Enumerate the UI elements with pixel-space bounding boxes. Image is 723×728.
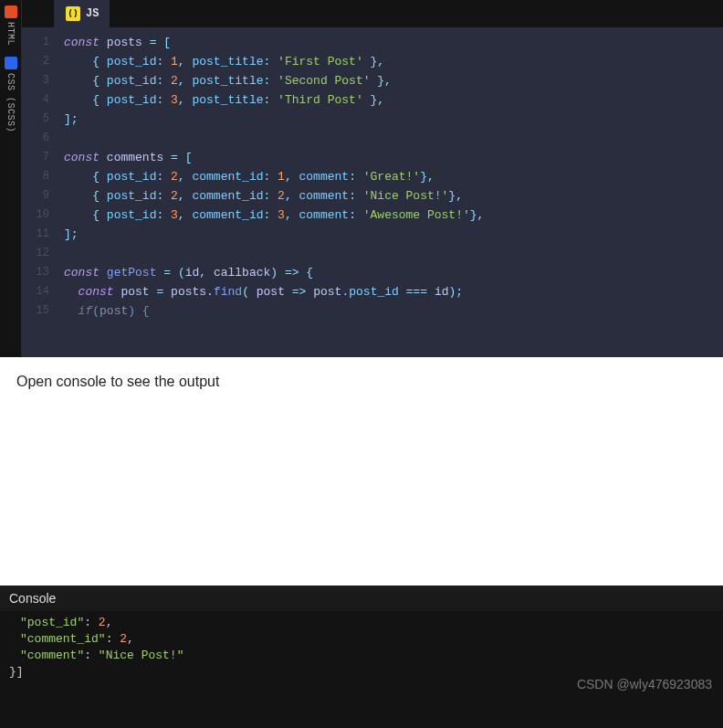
console-line: "post_id": 2, xyxy=(20,615,714,631)
code-line: const posts = [ xyxy=(64,33,723,52)
ln: 15 xyxy=(22,301,49,321)
code-area[interactable]: 123456789101112131415 const posts = [ { … xyxy=(22,27,723,357)
css-icon xyxy=(5,57,17,69)
console-header[interactable]: Console xyxy=(0,586,723,611)
code-line: const post = posts.find( post => post.po… xyxy=(64,282,723,301)
ln: 4 xyxy=(22,90,49,110)
ln: 12 xyxy=(22,244,49,263)
console-line: "comment_id": 2, xyxy=(20,631,714,648)
output-pane: Open console to see the output xyxy=(0,357,723,586)
ln: 9 xyxy=(22,186,49,206)
html-icon xyxy=(5,5,17,18)
ln: 5 xyxy=(22,110,49,129)
tab-html-label: HTML xyxy=(5,22,16,46)
editor-tabs-bar: () JS xyxy=(22,0,723,27)
code-line: { post_id: 2, comment_id: 1, comment: 'G… xyxy=(64,167,723,186)
code-line: const getPost = (id, callback) => { xyxy=(64,263,723,282)
output-message: Open console to see the output xyxy=(16,374,707,390)
ln: 13 xyxy=(22,263,49,282)
js-icon: () xyxy=(66,6,80,21)
ln: 2 xyxy=(22,52,49,71)
code-line xyxy=(64,244,723,263)
editor-pane: HTML CSS (SCSS) () JS 123456789101112131… xyxy=(0,0,723,357)
tab-js-label: JS xyxy=(86,7,99,20)
console-line: "comment": "Nice Post!" xyxy=(20,648,714,664)
line-gutter: 123456789101112131415 xyxy=(22,27,58,357)
side-tabs: HTML CSS (SCSS) xyxy=(0,0,22,357)
tab-css-label: CSS (SCSS) xyxy=(5,73,16,132)
ln: 7 xyxy=(22,148,49,167)
code-content[interactable]: const posts = [ { post_id: 1, post_title… xyxy=(58,27,723,357)
tab-css[interactable]: CSS (SCSS) xyxy=(0,51,21,138)
code-line xyxy=(64,129,723,148)
console-pane: Console "post_id": 2,"comment_id": 2,"co… xyxy=(0,586,723,728)
tab-html[interactable]: HTML xyxy=(0,0,21,51)
code-line: ]; xyxy=(64,110,723,129)
code-line: { post_id: 2, post_title: 'Second Post' … xyxy=(64,71,723,90)
ln: 10 xyxy=(22,206,49,225)
ln: 8 xyxy=(22,167,49,186)
ln: 6 xyxy=(22,129,49,148)
code-line: { post_id: 3, comment_id: 3, comment: 'A… xyxy=(64,206,723,225)
tab-spacer xyxy=(22,0,55,27)
console-body[interactable]: "post_id": 2,"comment_id": 2,"comment": … xyxy=(0,611,723,684)
ln: 3 xyxy=(22,71,49,90)
ln: 14 xyxy=(22,282,49,301)
code-line: ]; xyxy=(64,225,723,244)
tab-js[interactable]: () JS xyxy=(55,0,110,27)
console-line: }] xyxy=(9,664,714,681)
ln: 1 xyxy=(22,33,49,52)
code-line: const comments = [ xyxy=(64,148,723,167)
editor-wrap: () JS 123456789101112131415 const posts … xyxy=(22,0,723,357)
code-line: { post_id: 1, post_title: 'First Post' }… xyxy=(64,52,723,71)
code-line: { post_id: 3, post_title: 'Third Post' }… xyxy=(64,90,723,110)
code-line: if(post) { xyxy=(64,301,723,321)
code-line: { post_id: 2, comment_id: 2, comment: 'N… xyxy=(64,186,723,206)
ln: 11 xyxy=(22,225,49,244)
